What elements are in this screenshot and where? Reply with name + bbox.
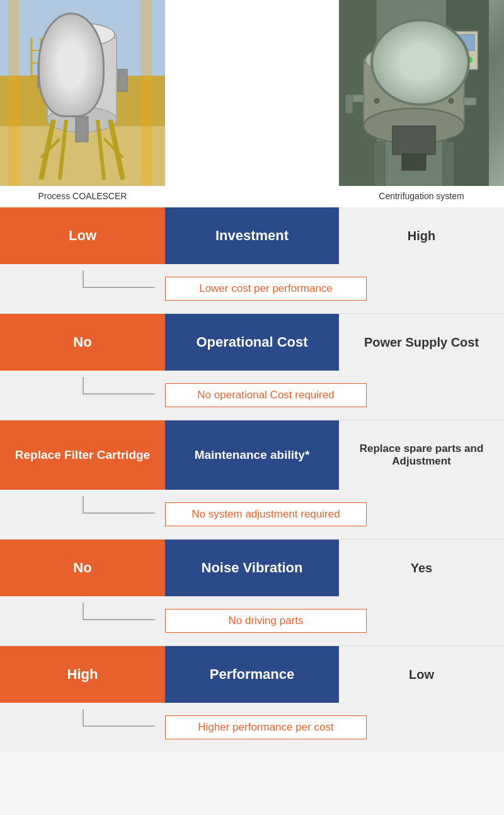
performance-note: Higher performance per cost xyxy=(165,715,367,739)
operational-cost-note: No operational Cost required xyxy=(165,383,367,407)
performance-h-line xyxy=(83,725,155,727)
svg-line-9 xyxy=(60,120,66,180)
investment-note-area: Lower cost per performance xyxy=(165,270,504,301)
svg-rect-42 xyxy=(452,35,474,50)
maintenance-right-value: Replace spare parts and Adjustment xyxy=(348,442,495,468)
noise-vibration-h-line xyxy=(83,619,155,620)
maintenance-sub-row: No system adjustment required xyxy=(0,490,504,539)
operational-cost-left-value: No xyxy=(73,334,91,350)
svg-point-45 xyxy=(374,73,379,78)
investment-right-value: High xyxy=(408,228,435,243)
operational-cost-row: No Operational Cost Power Supply Cost xyxy=(0,314,504,371)
noise-vibration-right-value: Yes xyxy=(411,560,432,575)
svg-line-10 xyxy=(98,120,104,180)
noise-vibration-note-area: No driving parts xyxy=(165,603,504,633)
svg-rect-35 xyxy=(402,154,426,170)
performance-row: High Performance Low xyxy=(0,646,504,703)
svg-point-43 xyxy=(455,57,462,63)
svg-rect-2 xyxy=(0,126,165,186)
right-equipment-image xyxy=(339,0,504,186)
maintenance-center-cell: Maintenance ability* xyxy=(165,420,339,490)
noise-vibration-connector xyxy=(0,603,165,634)
svg-line-7 xyxy=(41,120,54,180)
maintenance-group: Replace Filter Cartridge Maintenance abi… xyxy=(0,420,504,539)
operational-cost-sub-row: No operational Cost required xyxy=(0,371,504,420)
operational-cost-left-cell: No xyxy=(0,314,165,371)
svg-rect-39 xyxy=(464,98,476,105)
svg-rect-32 xyxy=(408,32,420,63)
noise-vibration-left-cell: No xyxy=(0,540,165,596)
svg-rect-4 xyxy=(47,38,117,120)
operational-cost-right-cell: Power Supply Cost xyxy=(339,314,504,371)
maintenance-note: No system adjustment required xyxy=(165,502,367,526)
investment-sub-row: Lower cost per performance xyxy=(0,264,504,313)
performance-right-value: Low xyxy=(409,667,434,682)
left-photo-block: Process COALESCER xyxy=(0,0,165,201)
svg-point-6 xyxy=(49,23,115,46)
operational-cost-h-line xyxy=(83,393,155,395)
noise-vibration-center-label: Noise Vibration xyxy=(202,560,303,576)
investment-left-value: Low xyxy=(69,228,96,244)
performance-note-area: Higher performance per cost xyxy=(165,709,504,739)
performance-connector xyxy=(0,709,165,741)
maintenance-connector xyxy=(0,496,165,528)
svg-rect-0 xyxy=(0,0,165,186)
svg-line-11 xyxy=(41,139,60,158)
operational-cost-v-line xyxy=(83,377,84,395)
noise-vibration-row: No Noise Vibration Yes xyxy=(0,540,504,596)
svg-rect-37 xyxy=(443,142,454,186)
investment-h-line xyxy=(83,287,155,288)
svg-rect-34 xyxy=(392,126,435,154)
maintenance-h-line xyxy=(83,512,155,514)
svg-point-3 xyxy=(47,25,117,50)
left-equipment-image xyxy=(0,0,165,186)
svg-rect-13 xyxy=(38,63,47,88)
noise-vibration-note: No driving parts xyxy=(165,609,367,633)
svg-rect-1 xyxy=(0,0,165,76)
operational-cost-center-cell: Operational Cost xyxy=(165,314,339,371)
performance-center-label: Performance xyxy=(210,666,295,683)
investment-row: Low Investment High xyxy=(0,207,504,264)
noise-vibration-v-line xyxy=(83,603,84,620)
performance-group: High Performance Low Higher performance … xyxy=(0,646,504,752)
maintenance-left-value: Replace Filter Cartridge xyxy=(15,448,150,463)
maintenance-right-cell: Replace spare parts and Adjustment xyxy=(339,420,504,490)
maintenance-left-cell: Replace Filter Cartridge xyxy=(0,420,165,490)
operational-cost-center-label: Operational Cost xyxy=(196,334,307,350)
page-container: Process COALESCER xyxy=(0,0,504,752)
investment-right-cell: High xyxy=(339,207,504,264)
right-photo-block: Centrifugation system xyxy=(339,0,504,201)
performance-left-value: High xyxy=(67,666,98,683)
svg-rect-14 xyxy=(118,69,127,91)
investment-center-cell: Investment xyxy=(165,207,339,264)
svg-rect-38 xyxy=(352,95,364,102)
svg-rect-36 xyxy=(374,142,385,186)
noise-vibration-center-cell: Noise Vibration xyxy=(165,540,339,596)
operational-cost-right-value: Power Supply Cost xyxy=(364,335,479,350)
investment-center-label: Investment xyxy=(215,228,289,244)
svg-point-47 xyxy=(374,98,379,103)
photos-section: Process COALESCER xyxy=(0,0,504,207)
svg-rect-15 xyxy=(76,117,88,142)
svg-point-33 xyxy=(408,28,420,35)
svg-point-46 xyxy=(449,73,454,78)
noise-vibration-left-value: No xyxy=(73,560,91,576)
svg-point-44 xyxy=(466,57,472,63)
investment-connector xyxy=(0,270,165,302)
noise-vibration-right-cell: Yes xyxy=(339,540,504,596)
left-photo-caption: Process COALESCER xyxy=(38,191,127,201)
investment-v-line xyxy=(83,270,84,288)
svg-point-16 xyxy=(57,76,69,88)
maintenance-center-label: Maintenance ability* xyxy=(195,448,310,463)
right-photo-caption: Centrifugation system xyxy=(379,191,464,201)
maintenance-v-line xyxy=(83,496,84,514)
investment-group: Low Investment High Lower cost per perfo… xyxy=(0,207,504,313)
svg-line-12 xyxy=(104,139,123,158)
comparison-section: Low Investment High Lower cost per perfo… xyxy=(0,207,504,752)
maintenance-row: Replace Filter Cartridge Maintenance abi… xyxy=(0,420,504,490)
operational-cost-group: No Operational Cost Power Supply Cost No… xyxy=(0,314,504,420)
noise-vibration-sub-row: No driving parts xyxy=(0,596,504,645)
svg-line-8 xyxy=(110,120,123,180)
operational-cost-note-area: No operational Cost required xyxy=(165,377,504,407)
performance-right-cell: Low xyxy=(339,646,504,703)
